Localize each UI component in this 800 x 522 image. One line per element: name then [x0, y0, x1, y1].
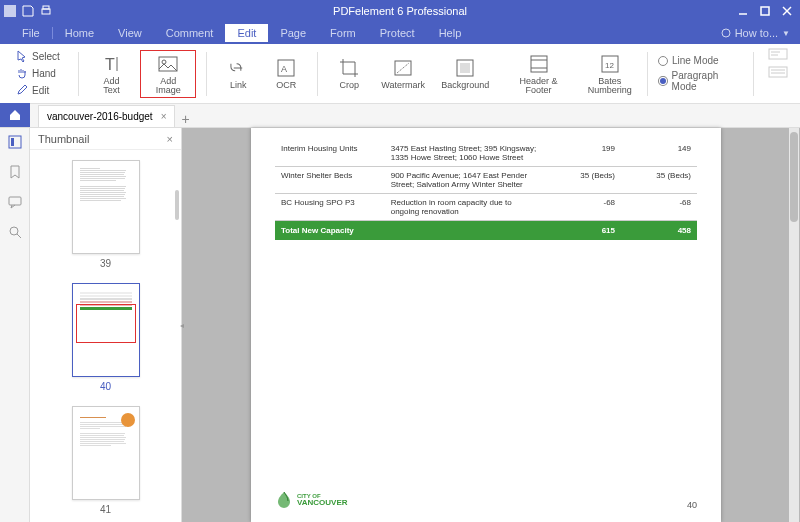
svg-text:12: 12	[605, 61, 614, 70]
watermark-icon	[392, 57, 414, 79]
page-scrollbar[interactable]	[789, 128, 799, 522]
tabbar: vancouver-2016-budget × +	[0, 104, 800, 128]
home-icon	[8, 108, 22, 122]
svg-rect-4	[761, 7, 769, 15]
paragraph-mode-radio[interactable]: Paragraph Mode	[658, 70, 743, 92]
cursor-icon	[16, 50, 28, 62]
menu-protect[interactable]: Protect	[368, 24, 427, 42]
svg-rect-18	[531, 56, 547, 72]
bates-icon: 12	[599, 53, 621, 75]
svg-line-15	[397, 63, 409, 73]
menu-form[interactable]: Form	[318, 24, 368, 42]
menu-comment[interactable]: Comment	[154, 24, 226, 42]
leaf-icon	[275, 490, 293, 510]
svg-rect-31	[9, 197, 21, 205]
sidebar-icons	[0, 128, 30, 522]
titlebar: PDFelement 6 Professional	[0, 0, 800, 22]
app-icon	[4, 5, 16, 17]
crop-button[interactable]: Crop	[328, 55, 370, 92]
svg-text:A: A	[281, 64, 287, 74]
thumbnail-scrollbar[interactable]	[175, 190, 179, 220]
bookmark-panel-icon[interactable]	[7, 164, 23, 180]
header-footer-icon	[528, 53, 550, 75]
svg-point-32	[10, 227, 18, 235]
search-panel-icon[interactable]	[7, 224, 23, 240]
background-button[interactable]: Background	[436, 55, 494, 92]
table-row: Winter Shelter Beds900 Pacific Avenue; 1…	[275, 167, 697, 194]
thumbnail-page-40[interactable]: 40	[30, 283, 181, 392]
align-option-2[interactable]	[768, 66, 788, 78]
city-logo: CITY OFVANCOUVER	[275, 490, 348, 510]
menubar: File Home View Comment Edit Page Form Pr…	[0, 22, 800, 44]
menu-edit[interactable]: Edit	[225, 24, 268, 42]
image-icon	[157, 53, 179, 75]
lightbulb-icon	[721, 28, 731, 38]
table-row: Interim Housing Units3475 East Hasting S…	[275, 140, 697, 167]
svg-rect-1	[42, 9, 50, 14]
thumbnail-close-button[interactable]: ×	[167, 133, 173, 145]
page-number: 40	[687, 500, 697, 510]
document-page: Interim Housing Units3475 East Hasting S…	[251, 128, 721, 522]
howto-link[interactable]: How to... ▼	[721, 27, 790, 39]
thumbnail-selection-box	[76, 304, 136, 343]
add-image-button[interactable]: Add Image	[140, 50, 196, 98]
select-tool[interactable]: Select	[12, 48, 64, 64]
watermark-button[interactable]: Watermark	[376, 55, 430, 92]
tab-close-button[interactable]: ×	[161, 111, 167, 122]
minimize-button[interactable]	[734, 4, 752, 18]
menu-view[interactable]: View	[106, 24, 154, 42]
menu-help[interactable]: Help	[427, 24, 474, 42]
save-icon[interactable]	[22, 5, 34, 17]
ocr-icon: A	[275, 57, 297, 79]
table-row: BC Housing SPO P3Reduction in room capac…	[275, 194, 697, 221]
menu-file[interactable]: File	[10, 24, 52, 42]
svg-rect-26	[769, 67, 787, 77]
ribbon: Select Hand Edit T Add Text Add Image Li…	[0, 44, 800, 104]
page-viewport: ◂ Interim Housing Units3475 East Hasting…	[182, 128, 800, 522]
svg-point-7	[722, 29, 730, 37]
bates-button[interactable]: 12 Bates Numbering	[583, 51, 637, 97]
print-icon[interactable]	[40, 5, 52, 17]
svg-rect-23	[769, 49, 787, 59]
menu-home[interactable]: Home	[53, 24, 106, 42]
hand-tool[interactable]: Hand	[12, 65, 60, 81]
text-icon: T	[101, 53, 123, 75]
ocr-button[interactable]: A OCR	[265, 55, 307, 92]
header-footer-button[interactable]: Header & Footer	[500, 51, 576, 97]
app-title: PDFelement 6 Professional	[124, 5, 676, 17]
edit-tool[interactable]: Edit	[12, 82, 53, 98]
crop-icon	[338, 57, 360, 79]
menu-page[interactable]: Page	[268, 24, 318, 42]
svg-rect-2	[43, 6, 49, 9]
tab-add-button[interactable]: +	[175, 111, 195, 127]
svg-rect-29	[9, 136, 21, 148]
document-tab[interactable]: vancouver-2016-budget ×	[38, 105, 175, 127]
capacity-table: Interim Housing Units3475 East Hasting S…	[275, 140, 697, 240]
pencil-icon	[16, 84, 28, 96]
thumbnail-page-41[interactable]: 41	[30, 406, 181, 515]
home-tab[interactable]	[0, 103, 30, 127]
line-mode-radio[interactable]: Line Mode	[658, 55, 743, 66]
svg-text:T: T	[105, 56, 115, 73]
svg-line-33	[17, 234, 21, 238]
thumbnail-title: Thumbnail	[38, 133, 89, 145]
link-button[interactable]: Link	[217, 55, 259, 92]
thumbnail-panel: Thumbnail × 39 40 41	[30, 128, 182, 522]
panel-splitter[interactable]: ◂	[178, 305, 186, 345]
svg-rect-0	[4, 5, 16, 17]
thumbnail-panel-icon[interactable]	[7, 134, 23, 150]
add-text-button[interactable]: T Add Text	[89, 51, 135, 97]
close-button[interactable]	[778, 4, 796, 18]
svg-rect-30	[11, 138, 14, 146]
thumbnail-page-39[interactable]: 39	[30, 160, 181, 269]
align-option-1[interactable]	[768, 48, 788, 60]
link-icon	[227, 57, 249, 79]
table-total-row: Total New Capacity615458	[275, 221, 697, 241]
svg-rect-17	[460, 63, 470, 73]
comment-panel-icon[interactable]	[7, 194, 23, 210]
hand-icon	[16, 67, 28, 79]
background-icon	[454, 57, 476, 79]
maximize-button[interactable]	[756, 4, 774, 18]
